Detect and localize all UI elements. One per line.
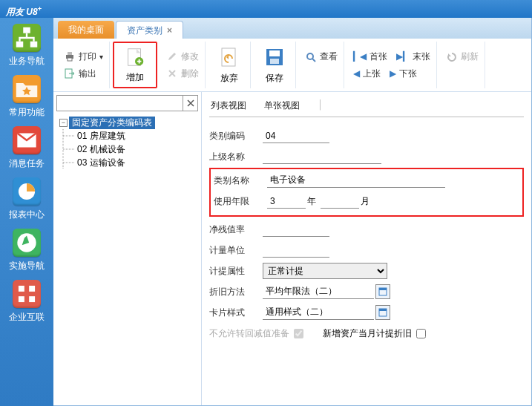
input-category-name[interactable] — [267, 173, 445, 188]
input-card-style[interactable] — [263, 305, 374, 320]
delete-icon — [166, 68, 178, 79]
svg-rect-24 — [379, 309, 387, 311]
input-parent-name[interactable] — [263, 149, 381, 164]
nav-label: 企业互联 — [9, 311, 45, 324]
output-button[interactable]: 输出 — [64, 68, 103, 80]
label-card-style: 卡片样式 — [209, 307, 263, 319]
add-document-icon — [123, 46, 147, 68]
print-button[interactable]: 打印 ▾ — [64, 50, 103, 63]
input-unit[interactable] — [263, 243, 329, 258]
label-accrual-attr: 计提属性 — [209, 265, 263, 278]
form-panel: 列表视图 单张视图 │ 类别编码 上级名称 类别名称 — [202, 92, 531, 405]
search-icon — [305, 51, 317, 63]
tree-child[interactable]: 01 房屋建筑 — [56, 129, 198, 143]
prev-icon: ◀ — [353, 68, 360, 79]
app-title-sup: + — [38, 5, 42, 13]
next-icon: ▶ — [390, 68, 396, 79]
first-icon: ▎◀ — [353, 51, 367, 62]
save-button[interactable]: 保存 — [254, 42, 296, 88]
label-useful-life: 使用年限 — [214, 195, 267, 208]
label-parent-name: 上级名称 — [209, 151, 263, 163]
tab-asset-category[interactable]: 资产类别 × — [116, 21, 183, 39]
nav-favorites[interactable]: 常用功能 — [9, 75, 45, 119]
checkbox-new-month-deprec[interactable] — [416, 329, 426, 338]
lookup-deprec-method-button[interactable] — [375, 284, 390, 299]
label-unit: 计量单位 — [209, 244, 263, 257]
svg-rect-1 — [16, 42, 24, 48]
nav-label: 常用功能 — [9, 106, 45, 119]
sitemap-icon — [13, 24, 41, 52]
lookup-card-style-button[interactable] — [375, 305, 390, 320]
input-residual-rate[interactable] — [263, 222, 329, 237]
input-deprec-method[interactable] — [263, 284, 374, 299]
lookup-icon — [378, 287, 387, 296]
tree-root[interactable]: − 固定资产分类编码表 — [56, 116, 198, 129]
first-button[interactable]: ▎◀首张 — [353, 50, 387, 63]
input-category-code[interactable] — [263, 128, 329, 143]
svg-rect-11 — [68, 52, 72, 55]
svg-rect-6 — [19, 286, 24, 292]
tree-search-clear-button[interactable] — [183, 96, 197, 111]
input-months[interactable] — [321, 194, 359, 209]
last-button[interactable]: ▶▎末张 — [396, 50, 430, 63]
envelope-icon — [13, 126, 41, 154]
svg-rect-7 — [29, 286, 35, 292]
svg-rect-22 — [379, 288, 387, 290]
clear-icon — [186, 99, 195, 108]
tree-child[interactable]: 03 运输设备 — [56, 156, 198, 169]
left-nav: 业务导航 常用功能 消息任务 报表中心 实施导航 企业互联 — [0, 18, 53, 406]
tree-search — [56, 95, 198, 111]
label-deprec-method: 折旧方法 — [209, 286, 263, 298]
tab-desktop[interactable]: 我的桌面 — [58, 21, 114, 39]
save-icon — [263, 45, 286, 69]
tree-child[interactable]: 02 机械设备 — [56, 143, 198, 156]
refresh-icon — [446, 51, 458, 63]
collapse-icon[interactable]: − — [59, 119, 68, 127]
refresh-button[interactable]: 刷新 — [446, 50, 479, 63]
input-years[interactable] — [267, 194, 306, 209]
nav-label: 消息任务 — [9, 157, 45, 170]
svg-rect-9 — [29, 296, 35, 302]
compass-icon — [13, 229, 41, 257]
view-button[interactable]: 查看 — [305, 50, 338, 63]
svg-rect-0 — [23, 27, 30, 33]
nav-label: 报表中心 — [9, 209, 45, 221]
nav-implement[interactable]: 实施导航 — [9, 229, 45, 272]
viewtab-single[interactable]: 单张视图 — [264, 99, 300, 112]
view-tabs: 列表视图 单张视图 │ — [209, 96, 524, 117]
undo-icon — [217, 45, 241, 69]
svg-point-20 — [307, 53, 313, 59]
tab-bar: 我的桌面 资产类别 × — [53, 18, 531, 39]
checkbox-no-reverse — [294, 329, 303, 338]
svg-rect-19 — [270, 59, 279, 64]
title-bar: 用友 U8+ — [0, 0, 532, 18]
close-icon[interactable]: × — [167, 22, 172, 39]
viewtab-list[interactable]: 列表视图 — [211, 99, 246, 112]
svg-rect-2 — [30, 42, 38, 48]
add-button[interactable]: 增加 — [113, 42, 157, 88]
nav-business[interactable]: 业务导航 — [9, 24, 45, 68]
abandon-button[interactable]: 放弃 — [208, 42, 251, 88]
nav-reports[interactable]: 报表中心 — [9, 177, 45, 221]
label-new-month-deprec: 新增资产当月计提折旧 — [323, 327, 412, 340]
modify-button[interactable]: 修改 — [166, 50, 199, 63]
label-category-code: 类别编码 — [209, 130, 263, 143]
nav-enterprise[interactable]: 企业互联 — [9, 280, 45, 324]
next-button[interactable]: ▶下张 — [390, 68, 417, 80]
select-accrual-attr[interactable]: 正常计提 — [263, 263, 387, 279]
highlight-box: 类别名称 使用年限 年 月 — [209, 168, 524, 217]
last-icon: ▶▎ — [396, 51, 410, 62]
prev-button[interactable]: ◀上张 — [353, 68, 381, 80]
app-title-prefix: 用友 — [6, 7, 24, 17]
export-icon — [64, 68, 76, 79]
svg-rect-12 — [68, 58, 72, 61]
delete-button[interactable]: 删除 — [166, 68, 199, 80]
label-no-reverse: 不允许转回减值准备 — [209, 327, 289, 340]
tree-panel: − 固定资产分类编码表 01 房屋建筑02 机械设备03 运输设备 — [53, 92, 202, 405]
svg-rect-18 — [269, 50, 280, 56]
nav-messages[interactable]: 消息任务 — [9, 126, 45, 170]
app-title-brand: U8 — [26, 7, 37, 17]
label-residual-rate: 净残值率 — [209, 223, 263, 236]
tree-search-input[interactable] — [57, 96, 183, 111]
label-category-name: 类别名称 — [214, 174, 267, 187]
